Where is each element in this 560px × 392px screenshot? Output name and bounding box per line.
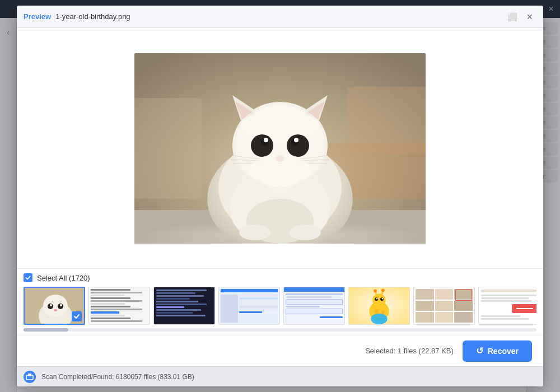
bw-btn — [320, 316, 343, 318]
thumb-line-9 — [91, 311, 119, 314]
thumb-filemanager-image — [219, 287, 279, 324]
thumb-line-2 — [91, 292, 142, 293]
recover-button[interactable]: ↺ Recover — [463, 340, 532, 362]
svg-point-48 — [375, 297, 378, 301]
svg-rect-1 — [134, 98, 202, 199]
fm-row-3 — [239, 300, 278, 302]
doc-line-1 — [481, 295, 536, 296]
grid-cell-4 — [416, 301, 434, 311]
character-svg — [349, 287, 409, 325]
svg-point-53 — [381, 311, 385, 314]
modal-footer: Selected: 1 files (22.87 KB) ↺ Recover — [17, 335, 543, 366]
svg-point-38 — [43, 295, 68, 317]
thumbnail-3[interactable] — [153, 287, 215, 325]
thumbnail-7[interactable] — [413, 287, 475, 325]
checkmark-icon — [25, 275, 31, 281]
bluewin-body — [284, 292, 344, 324]
modal-overlay: Preview 1-year-old-birthday.png ⬜ ✕ — [0, 0, 560, 392]
thumbnail-strip-wrapper: Select All (1720) — [17, 268, 543, 335]
thumbnail-5[interactable] — [283, 287, 345, 325]
code-line-5 — [156, 301, 198, 302]
code-line-1 — [156, 290, 207, 291]
svg-point-50 — [376, 298, 377, 299]
selected-info: Selected: 1 files (22.87 KB) — [365, 347, 454, 355]
thumb-line-4 — [91, 297, 130, 299]
recover-icon: ↺ — [476, 346, 483, 356]
thumb-line-1 — [91, 289, 130, 291]
fm-row-5 — [239, 306, 278, 308]
svg-rect-60 — [28, 374, 31, 376]
thumb-cat-image — [25, 288, 84, 324]
status-text: Scan Completed/Found: 6180057 files (833… — [41, 373, 194, 381]
svg-point-16 — [287, 134, 309, 157]
svg-point-35 — [290, 225, 321, 240]
recover-label: Recover — [488, 347, 519, 356]
thumb-terminal-image — [154, 287, 214, 324]
bluewin-header — [284, 287, 344, 292]
thumbnail-6[interactable] — [348, 287, 410, 325]
fm-bar-1 — [221, 289, 278, 292]
modal-app-name: Preview — [24, 12, 51, 21]
bw-box-2 — [286, 309, 343, 314]
fm-progress — [239, 311, 263, 313]
svg-point-42 — [60, 304, 62, 306]
thumbnail-1[interactable] — [24, 287, 85, 325]
grid-cell-6 — [454, 301, 473, 311]
svg-point-15 — [251, 134, 273, 157]
grid-cell-7 — [416, 312, 434, 323]
select-all-row: Select All (1720) — [24, 273, 536, 282]
fm-main — [239, 295, 278, 323]
thumb-character-image — [349, 287, 409, 324]
grid-cell-1 — [416, 289, 434, 300]
svg-point-22 — [297, 140, 298, 142]
thumb-line-8 — [91, 309, 142, 310]
thumb-line-6 — [91, 303, 125, 305]
doc-red-area — [481, 304, 536, 313]
svg-point-21 — [267, 140, 268, 142]
svg-point-57 — [381, 289, 385, 292]
fm-row-2 — [239, 297, 278, 300]
svg-point-52 — [374, 309, 379, 314]
thumb-line-12 — [91, 320, 142, 322]
thumb-grid-image — [414, 287, 474, 324]
fm-row-6 — [239, 309, 278, 311]
thumb-line-10 — [91, 315, 125, 316]
code-line-9 — [156, 312, 193, 314]
doc-line-4 — [481, 315, 520, 317]
scan-icon — [26, 373, 34, 381]
preview-area — [17, 28, 543, 268]
svg-point-51 — [382, 298, 383, 299]
cat-svg — [134, 53, 426, 244]
code-line-2 — [156, 292, 195, 294]
fm-row-4 — [239, 303, 278, 305]
thumbnail-8[interactable] — [478, 287, 536, 325]
bw-line-2 — [286, 296, 332, 298]
thumb-bluewin-image — [284, 287, 344, 324]
thumb-line-11 — [91, 318, 130, 319]
status-icon — [24, 371, 36, 383]
code-line-7 — [156, 306, 184, 308]
thumbnail-scroll-thumb[interactable] — [24, 328, 68, 332]
grid-cell-8 — [435, 312, 454, 323]
fm-sidebar — [221, 295, 238, 323]
bw-line-1 — [286, 293, 343, 295]
svg-point-58 — [371, 314, 387, 325]
thumb-line-5 — [91, 300, 142, 302]
modal-close-button[interactable]: ✕ — [523, 10, 536, 24]
bw-line-3 — [286, 306, 320, 307]
code-line-8 — [156, 309, 201, 311]
grid-red-box-1 — [455, 290, 472, 301]
modal-filename: 1-year-old-birthday.png — [55, 12, 130, 21]
thumbnail-2[interactable] — [88, 287, 150, 325]
modal-maximize-button[interactable]: ⬜ — [505, 10, 519, 24]
grid-cell-9 — [454, 312, 473, 323]
thumbnail-4[interactable] — [218, 287, 280, 325]
select-all-checkbox[interactable] — [24, 273, 32, 282]
thumbnail-scrollbar[interactable] — [24, 328, 536, 332]
status-bar: Scan Completed/Found: 6180057 files (833… — [17, 366, 543, 386]
svg-point-43 — [54, 309, 57, 311]
bw-box-1 — [286, 299, 343, 305]
svg-point-56 — [374, 290, 377, 293]
thumb-doc-image — [479, 287, 536, 324]
code-line-10 — [156, 315, 206, 316]
